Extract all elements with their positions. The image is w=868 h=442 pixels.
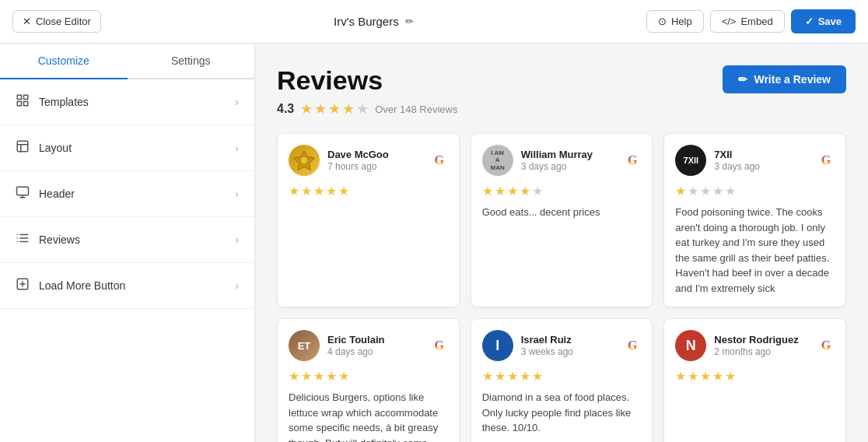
layout-label: Layout — [39, 142, 72, 154]
star-5: ★ — [356, 100, 369, 118]
sidebar-item-reviews[interactable]: Reviews › — [0, 217, 254, 263]
reviews-title: Reviews — [277, 65, 457, 96]
review-text-3: Food poisoning twice. The cooks aren't d… — [675, 205, 835, 296]
help-button[interactable]: ⊙ Help — [646, 10, 704, 33]
avatar-6: N — [675, 330, 706, 361]
google-icon-3: G — [817, 152, 835, 169]
google-icon-2: G — [624, 152, 641, 169]
embed-button[interactable]: </> Embed — [710, 10, 785, 33]
save-button[interactable]: ✓ Save — [791, 9, 856, 33]
templates-label: Templates — [39, 96, 89, 108]
review-stars-1: ★ ★ ★ ★ ★ — [289, 184, 448, 198]
reviewer-name-1: Dave McGoo — [327, 149, 389, 160]
review-text-5: Diamond in a sea of food places. Only lu… — [482, 390, 642, 436]
tab-settings[interactable]: Settings — [128, 44, 255, 79]
reviewer-name-6: Nestor Rodriguez — [714, 334, 798, 346]
header-icon — [16, 185, 30, 202]
reviewer-name-5: Israel Ruiz — [521, 334, 573, 346]
review-text-4: Delicious Burgers, options like lettuce … — [289, 390, 448, 442]
avatar-3: 7XII — [675, 145, 706, 176]
embed-label: Embed — [740, 16, 772, 27]
review-card-6: N Nestor Rodriguez 2 months ago G ★ ★ ★ … — [663, 318, 846, 442]
rating-number: 4.3 — [277, 102, 294, 116]
reviewer-info-3: 7XII 7XII 3 days ago — [675, 145, 760, 176]
review-card-2: I AMAMAN William Murray 3 days ago G ★ ★… — [471, 133, 653, 307]
close-editor-label: Close Editor — [36, 16, 91, 27]
star-3: ★ — [328, 100, 341, 118]
load-more-icon — [16, 277, 30, 294]
layout-icon — [16, 139, 30, 156]
review-time-3: 3 days ago — [714, 161, 760, 172]
stars-display: ★ ★ ★ ★ ★ — [300, 100, 369, 118]
reviewer-info-4: ET Eric Toulain 4 days ago — [289, 330, 384, 361]
close-icon: ✕ — [23, 16, 31, 27]
reviews-chevron-icon: › — [235, 233, 239, 246]
reviewer-info-6: N Nestor Rodriguez 2 months ago — [675, 330, 798, 361]
google-icon-5: G — [624, 337, 641, 354]
reviewer-info-2: I AMAMAN William Murray 3 days ago — [482, 145, 593, 176]
svg-rect-3 — [24, 102, 28, 106]
star-1: ★ — [300, 100, 313, 118]
svg-point-20 — [301, 157, 307, 163]
avatar-2: I AMAMAN — [482, 145, 513, 176]
svg-rect-7 — [17, 187, 29, 195]
avatar-4: ET — [289, 330, 320, 361]
avatar-1 — [289, 145, 320, 176]
sidebar: Customize Settings Templates › — [0, 44, 255, 442]
edit-business-name-icon[interactable]: ✏ — [405, 16, 414, 27]
layout-chevron-icon: › — [235, 142, 239, 154]
header-chevron-icon: › — [235, 188, 239, 200]
load-more-label: Load More Button — [39, 279, 125, 292]
load-more-chevron-icon: › — [235, 279, 239, 292]
reviews-count: Over 148 Reviews — [375, 103, 457, 115]
review-card-3: 7XII 7XII 3 days ago G ★ ★ ★ ★ ★ Food po — [663, 133, 846, 307]
header-label: Header — [39, 188, 75, 200]
write-review-label: Write a Review — [754, 73, 831, 86]
svg-rect-0 — [17, 95, 21, 99]
reviews-panel: Reviews 4.3 ★ ★ ★ ★ ★ Over 148 Reviews ✏… — [255, 44, 868, 442]
sidebar-nav: Templates › Layout › — [0, 79, 254, 442]
review-card-4: ET Eric Toulain 4 days ago G ★ ★ ★ ★ ★ D — [277, 318, 460, 442]
templates-chevron-icon: › — [235, 96, 239, 108]
close-editor-button[interactable]: ✕ Close Editor — [12, 10, 101, 33]
reviews-header-left: Reviews 4.3 ★ ★ ★ ★ ★ Over 148 Reviews — [277, 65, 457, 118]
main-area: Customize Settings Templates › — [0, 44, 868, 442]
review-time-5: 3 weeks ago — [521, 346, 573, 357]
reviewer-info-5: I Israel Ruiz 3 weeks ago — [482, 330, 573, 361]
reviewer-name-4: Eric Toulain — [327, 334, 384, 346]
sidebar-item-templates[interactable]: Templates › — [0, 79, 254, 125]
write-review-button[interactable]: ✏ Write a Review — [723, 65, 846, 93]
reviewer-name-2: William Murray — [521, 149, 593, 160]
business-name: Irv's Burgers — [334, 15, 399, 28]
topbar-left: ✕ Close Editor — [12, 10, 101, 33]
svg-rect-2 — [17, 102, 21, 106]
review-time-4: 4 days ago — [327, 346, 384, 357]
review-time-2: 3 days ago — [521, 161, 593, 172]
sidebar-item-layout[interactable]: Layout › — [0, 125, 254, 171]
sidebar-item-load-more[interactable]: Load More Button › — [0, 263, 254, 309]
review-stars-4: ★ ★ ★ ★ ★ — [289, 369, 448, 384]
google-icon-1: G — [431, 152, 448, 169]
help-label: Help — [671, 16, 692, 27]
reviews-icon — [16, 231, 30, 248]
tab-customize[interactable]: Customize — [0, 44, 128, 79]
topbar: ✕ Close Editor Irv's Burgers ✏ ⊙ Help </… — [0, 0, 868, 44]
pencil-icon: ✏ — [738, 73, 747, 86]
reviews-grid: Dave McGoo 7 hours ago G ★ ★ ★ ★ ★ — [277, 133, 846, 442]
help-icon: ⊙ — [658, 16, 667, 27]
svg-rect-1 — [24, 95, 28, 99]
reviewer-info-1: Dave McGoo 7 hours ago — [289, 145, 389, 176]
google-icon-6: G — [817, 337, 835, 354]
review-time-6: 2 months ago — [714, 346, 798, 357]
avatar-5: I — [482, 330, 513, 361]
sidebar-item-header[interactable]: Header › — [0, 171, 254, 217]
templates-icon — [16, 93, 30, 110]
sidebar-tabs: Customize Settings — [0, 44, 254, 79]
reviews-label: Reviews — [39, 233, 80, 246]
star-2: ★ — [314, 100, 327, 118]
reviewer-name-3: 7XII — [714, 149, 760, 160]
embed-icon: </> — [722, 16, 737, 27]
reviews-header: Reviews 4.3 ★ ★ ★ ★ ★ Over 148 Reviews ✏… — [277, 65, 846, 118]
review-card-5: I Israel Ruiz 3 weeks ago G ★ ★ ★ ★ ★ Di — [471, 318, 653, 442]
review-text-2: Good eats... decent prices — [482, 205, 642, 220]
